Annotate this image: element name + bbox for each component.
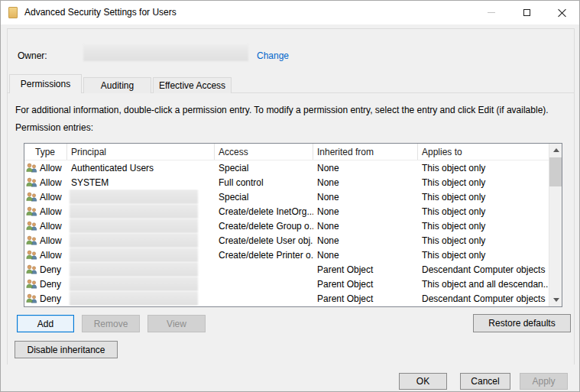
principal-cell [67,277,215,291]
redacted-principal [70,262,198,277]
access-cell: Special [215,190,313,204]
user-group-icon [26,293,37,304]
applies-cell: Descendant Computer objects [418,262,549,277]
apply-button[interactable]: Apply [520,373,568,390]
principal-cell [67,204,215,219]
inherited-cell: None [313,190,418,204]
principal-label: SYSTEM [71,177,109,188]
redacted-principal [70,291,198,306]
minimize-icon [488,12,495,13]
type-cell: Deny [24,291,67,306]
titlebar[interactable]: Advanced Security Settings for Users [1,1,579,24]
table-row[interactable]: Deny Parent Object Descendant Computer o… [24,291,549,306]
redacted-principal [70,233,198,248]
instructions-text: For additional information, double-click… [15,105,565,115]
maximize-button[interactable] [509,1,544,24]
applies-cell: This object only [418,190,549,204]
inherited-cell: None [313,204,418,219]
table-row[interactable]: Allow SYSTEM Full control None This obje… [24,175,549,190]
applies-cell: This object only [418,160,549,175]
principal-cell [67,233,215,248]
scroll-up-button[interactable] [549,144,562,157]
table-row[interactable]: Allow Create/delete Group o... None This… [24,219,549,233]
window-controls [474,1,579,24]
type-cell-label: Allow [40,206,62,217]
table-row[interactable]: Allow Special None This object only [24,190,549,204]
column-header-access[interactable]: Access [215,144,313,160]
redacted-principal [70,204,198,219]
column-header-applies-to[interactable]: Applies to [418,144,549,160]
type-cell-label: Deny [40,293,61,304]
column-header-type[interactable]: Type [24,144,67,160]
principal-cell [67,190,215,204]
tab-permissions[interactable]: Permissions [9,74,82,93]
ok-button[interactable]: OK [399,373,447,390]
close-icon [558,8,566,17]
type-cell-label: Deny [40,264,61,275]
principal-cell: Authenticated Users [67,160,215,175]
applies-cell: This object only [418,204,549,219]
principal-cell [67,248,215,262]
scroll-down-button[interactable] [549,293,562,306]
applies-cell: This object only [418,175,549,190]
owner-value-redacted [83,44,248,61]
applies-cell: This object only [418,248,549,262]
type-cell-label: Allow [40,235,62,246]
table-row[interactable]: Allow Create/delete InetOrg... None This… [24,204,549,219]
principal-label: Authenticated Users [71,163,154,173]
disable-inheritance-button[interactable]: Disable inheritance [15,341,118,358]
table-row[interactable]: Deny Parent Object Descendant Computer o… [24,262,549,277]
access-cell [215,277,313,291]
type-cell-label: Deny [40,279,61,290]
principal-cell [67,291,215,306]
scroll-down-icon [553,298,559,302]
change-owner-link[interactable]: Change [257,50,289,61]
minimize-button[interactable] [474,1,509,24]
scroll-up-icon [553,148,559,152]
inherited-cell: Parent Object [313,262,418,277]
remove-button[interactable]: Remove [82,315,140,332]
main-panel: Owner: Change Permissions Auditing Effec… [7,28,575,366]
user-group-icon [26,206,37,217]
restore-defaults-button[interactable]: Restore defaults [473,314,571,332]
type-cell-label: Allow [40,221,62,232]
view-button[interactable]: View [147,315,206,332]
permission-entries-table[interactable]: Type Principal Access Inherited from App… [24,143,562,307]
access-cell [215,262,313,277]
type-cell-label: Allow [40,163,62,173]
user-group-icon [26,278,37,290]
user-group-icon [26,191,37,202]
permission-rows: Allow Authenticated Users Special None T… [24,160,549,306]
column-header-principal[interactable]: Principal [67,144,215,160]
cancel-button[interactable]: Cancel [460,373,510,390]
window-title: Advanced Security Settings for Users [24,7,177,18]
folder-icon [8,7,18,18]
access-cell: Create/delete InetOrg... [215,204,313,219]
tab-auditing[interactable]: Auditing [83,77,151,93]
add-button[interactable]: Add [17,315,74,332]
type-cell-label: Allow [40,177,62,188]
type-cell: Deny [24,262,67,277]
vertical-scrollbar[interactable] [549,144,562,306]
principal-cell [67,219,215,233]
scrollbar-thumb[interactable] [549,157,562,186]
tab-effective-access[interactable]: Effective Access [153,77,232,93]
applies-cell: This object only [418,233,549,248]
close-button[interactable] [544,1,579,24]
table-row[interactable]: Allow Authenticated Users Special None T… [24,160,549,175]
type-cell: Allow [24,160,67,175]
type-cell: Deny [24,277,67,291]
advanced-security-settings-dialog: Advanced Security Settings for Users Own… [0,0,580,392]
table-row[interactable]: Allow Create/delete User obj... None Thi… [24,233,549,248]
user-group-icon [26,235,37,246]
inherited-cell: None [313,175,418,190]
table-row[interactable]: Deny Parent Object This object and all d… [24,277,549,291]
applies-cell: Descendant Computer objects [418,291,549,306]
access-cell: Full control [215,175,313,190]
type-cell: Allow [24,175,67,190]
access-cell: Create/delete Group o... [215,219,313,233]
inherited-cell: Parent Object [313,277,418,291]
table-row[interactable]: Allow Create/delete Printer o... None Th… [24,248,549,262]
column-header-inherited-from[interactable]: Inherited from [313,144,418,160]
inherited-cell: None [313,233,418,248]
